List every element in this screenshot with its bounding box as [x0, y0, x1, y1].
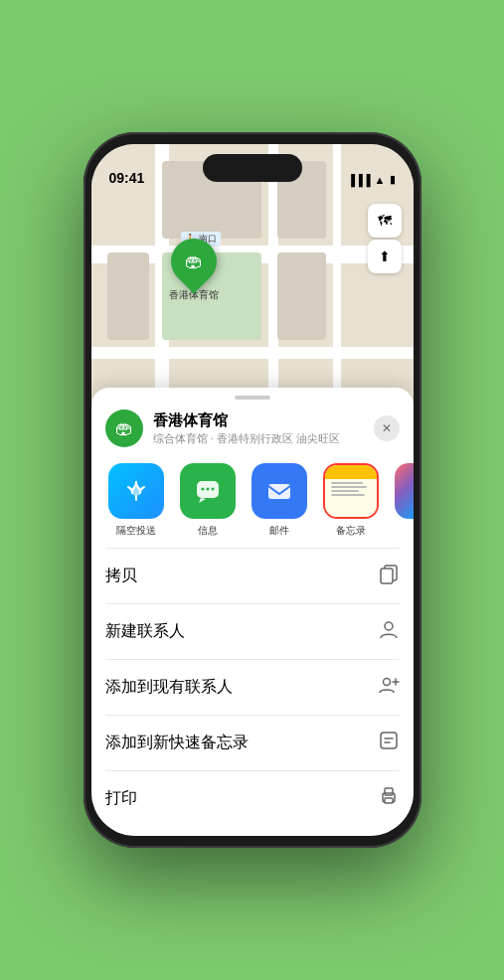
phone-frame: 09:41 ▐▐▐ ▲ ▮ 🚶 — [84, 132, 421, 848]
status-icons: ▐▐▐ ▲ ▮ — [347, 173, 395, 186]
location-info: 香港体育馆 综合体育馆 · 香港特别行政区 油尖旺区 — [153, 411, 364, 446]
mail-label: 邮件 — [269, 524, 289, 538]
dynamic-island — [203, 154, 302, 182]
share-item-mail[interactable]: 邮件 — [249, 463, 310, 538]
action-quick-note[interactable]: 添加到新快速备忘录 — [91, 716, 414, 770]
message-label: 信息 — [198, 524, 218, 538]
svg-rect-16 — [381, 733, 397, 748]
svg-point-5 — [211, 488, 214, 491]
svg-rect-20 — [385, 788, 393, 795]
close-button[interactable]: ✕ — [374, 415, 400, 441]
more-icon — [395, 463, 414, 519]
signal-icon: ▐▐▐ — [347, 174, 370, 186]
share-row: 隔空投送 信息 — [91, 457, 414, 548]
action-print[interactable]: 打印 — [91, 771, 414, 816]
block-2 — [107, 252, 149, 340]
battery-icon: ▮ — [390, 173, 396, 186]
new-contact-icon — [378, 618, 400, 645]
quick-note-label: 添加到新快速备忘录 — [105, 733, 249, 753]
svg-point-4 — [206, 488, 209, 491]
svg-point-13 — [383, 679, 390, 686]
location-button[interactable]: ⬆ — [368, 240, 402, 273]
share-item-notes[interactable]: 备忘录 — [320, 463, 382, 538]
airdrop-label: 隔空投送 — [116, 524, 156, 538]
copy-label: 拷贝 — [105, 566, 137, 586]
airdrop-icon — [108, 463, 164, 519]
svg-rect-6 — [268, 484, 290, 499]
svg-point-12 — [385, 622, 393, 630]
share-item-more[interactable]: 推 — [392, 463, 414, 538]
add-contact-label: 添加到现有联系人 — [105, 677, 233, 698]
map-controls: 🗺 ⬆ — [368, 204, 402, 273]
pin-icon: 🏟 — [185, 251, 203, 272]
pin-circle: 🏟 — [162, 230, 227, 294]
share-item-message[interactable]: 信息 — [177, 463, 239, 538]
action-add-contact[interactable]: 添加到现有联系人 — [91, 660, 414, 715]
wifi-icon: ▲ — [375, 174, 386, 186]
svg-rect-11 — [381, 569, 393, 583]
map-pin: 🏟 香港体育馆 — [169, 239, 219, 302]
location-sub: 综合体育馆 · 香港特别行政区 油尖旺区 — [153, 431, 364, 446]
mail-icon — [252, 463, 307, 519]
quick-note-icon — [378, 730, 400, 756]
print-label: 打印 — [105, 788, 137, 809]
phone-screen: 09:41 ▐▐▐ ▲ ▮ 🚶 — [91, 144, 414, 836]
location-name: 香港体育馆 — [153, 411, 364, 430]
block-5 — [277, 252, 326, 340]
copy-icon — [378, 563, 400, 589]
svg-rect-21 — [385, 798, 393, 803]
new-contact-label: 新建联系人 — [105, 621, 185, 642]
add-contact-icon — [378, 674, 400, 701]
action-new-contact[interactable]: 新建联系人 — [91, 604, 414, 659]
road-horizontal-2 — [91, 347, 414, 359]
print-icon — [378, 785, 400, 812]
share-item-airdrop[interactable]: 隔空投送 — [105, 463, 167, 538]
location-icon: 🏟 — [105, 409, 143, 447]
message-icon — [180, 463, 236, 519]
location-header: 🏟 香港体育馆 综合体育馆 · 香港特别行政区 油尖旺区 ✕ — [91, 400, 414, 457]
notes-label: 备忘录 — [336, 524, 366, 538]
status-time: 09:41 — [109, 170, 145, 186]
svg-point-3 — [201, 488, 204, 491]
map-type-button[interactable]: 🗺 — [368, 204, 402, 238]
notes-icon — [323, 463, 379, 519]
action-copy[interactable]: 拷贝 — [91, 549, 414, 603]
bottom-sheet: 🏟 香港体育馆 综合体育馆 · 香港特别行政区 油尖旺区 ✕ — [91, 388, 414, 836]
